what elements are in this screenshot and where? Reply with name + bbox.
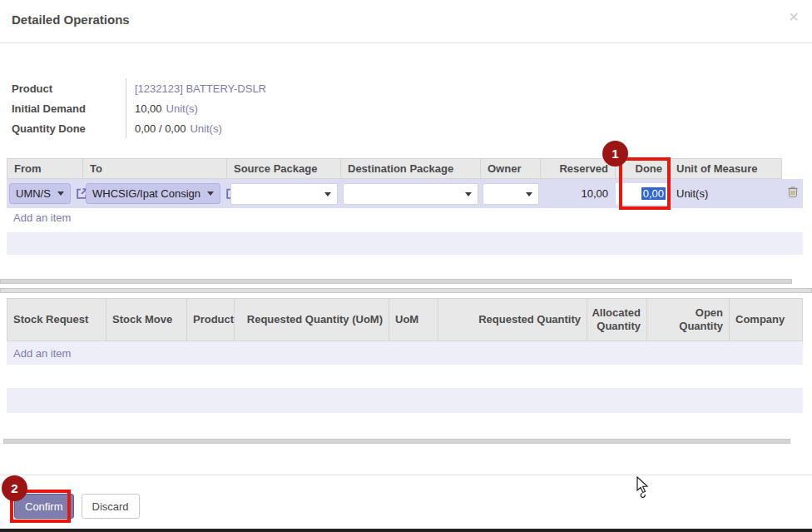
modal-footer: Confirm Discard [0, 475, 812, 519]
col-header-stock-move[interactable]: Stock Move [106, 298, 187, 341]
trash-icon[interactable] [787, 186, 799, 201]
product-info-section: Product [1232123] BATTERY-DSLR Initial D… [0, 78, 812, 138]
caret-down-icon [324, 192, 331, 196]
col-header-done[interactable]: Done [616, 158, 670, 179]
col-header-allocated-quantity[interactable]: Allocated Quantity [587, 298, 647, 341]
quantity-done-label: Quantity Done [0, 122, 126, 135]
discard-button[interactable]: Discard [82, 494, 140, 519]
stock-request-table: Stock Request Stock Move Product Request… [7, 298, 803, 341]
caret-down-icon [57, 191, 64, 196]
empty-row [7, 232, 803, 255]
operations-table-header: From To Source Package Destination Packa… [7, 158, 803, 179]
operations-table: From To Source Package Destination Packa… [7, 158, 803, 227]
col-header-open-quantity[interactable]: Open Quantity [647, 298, 730, 341]
table-row: UMN/S WHCSIG/Ipat Consign [7, 179, 803, 208]
to-location-select[interactable]: WHCSIG/Ipat Consign [86, 183, 220, 204]
caret-down-icon [207, 191, 214, 196]
ops-add-item-row: Add an item [7, 208, 803, 227]
col-header-reserved[interactable]: Reserved [541, 158, 616, 179]
horizontal-scrollbar[interactable] [3, 439, 790, 444]
product-link[interactable]: [1232123] BATTERY-DSLR [135, 82, 266, 95]
quantity-done-unit: Unit(s) [190, 122, 221, 135]
caret-down-icon [465, 192, 472, 196]
add-item-link[interactable]: Add an item [13, 347, 71, 360]
col-header-stock-request[interactable]: Stock Request [7, 298, 106, 341]
selected-text: 0,00 [641, 187, 666, 200]
reserved-value: 10,00 [541, 179, 616, 208]
col-header-source-package[interactable]: Source Package [227, 158, 341, 179]
empty-row [7, 388, 803, 413]
uom-value: Unit(s) [670, 187, 708, 200]
col-header-actions [782, 158, 803, 179]
initial-demand-row: Initial Demand 10,00 Unit(s) [0, 98, 812, 118]
stock-request-table-header: Stock Request Stock Move Product Request… [7, 298, 803, 341]
quantity-done-row: Quantity Done 0,00 / 0,00 Unit(s) [0, 118, 812, 138]
col-header-requested-quantity[interactable]: Requested Quantity [438, 298, 587, 341]
col-header-company[interactable]: Company [730, 298, 803, 341]
done-quantity-input[interactable]: 0,00 [616, 183, 668, 205]
col-header-uom[interactable]: UoM [389, 298, 438, 341]
from-location-select[interactable]: UMN/S [9, 183, 71, 204]
close-icon[interactable]: × [789, 8, 799, 25]
add-item-link[interactable]: Add an item [13, 211, 71, 224]
initial-demand-value: 10,00 [135, 102, 162, 115]
destination-package-select[interactable] [343, 183, 478, 205]
confirm-button[interactable]: Confirm [14, 494, 74, 519]
caret-down-icon [526, 192, 532, 196]
product-label: Product [0, 82, 126, 95]
source-package-select[interactable] [230, 183, 338, 205]
horizontal-scrollbar[interactable] [0, 279, 792, 284]
col-header-product[interactable]: Product [187, 298, 235, 341]
col-header-from[interactable]: From [7, 158, 83, 179]
col-header-destination-package[interactable]: Destination Package [341, 158, 481, 179]
section-divider [0, 288, 812, 293]
col-header-requested-quantity-uom[interactable]: Requested Quantity (UoM) [235, 298, 389, 341]
initial-demand-unit: Unit(s) [166, 102, 198, 115]
col-header-unit-of-measure[interactable]: Unit of Measure [670, 158, 782, 179]
col-header-owner[interactable]: Owner [481, 158, 541, 179]
page-title: Detailed Operations [12, 12, 799, 27]
col-header-to[interactable]: To [83, 158, 227, 179]
detailed-operations-dialog: { "dialog": { "title": "Detailed Operati… [0, 0, 812, 532]
owner-select[interactable] [483, 183, 539, 205]
request-add-item-row: Add an item [7, 341, 803, 365]
modal-header: Detailed Operations × [0, 0, 812, 43]
product-row: Product [1232123] BATTERY-DSLR [0, 78, 812, 98]
window-bottom-edge [0, 529, 812, 532]
initial-demand-label: Initial Demand [0, 102, 126, 115]
quantity-done-value: 0,00 / 0,00 [135, 122, 186, 135]
